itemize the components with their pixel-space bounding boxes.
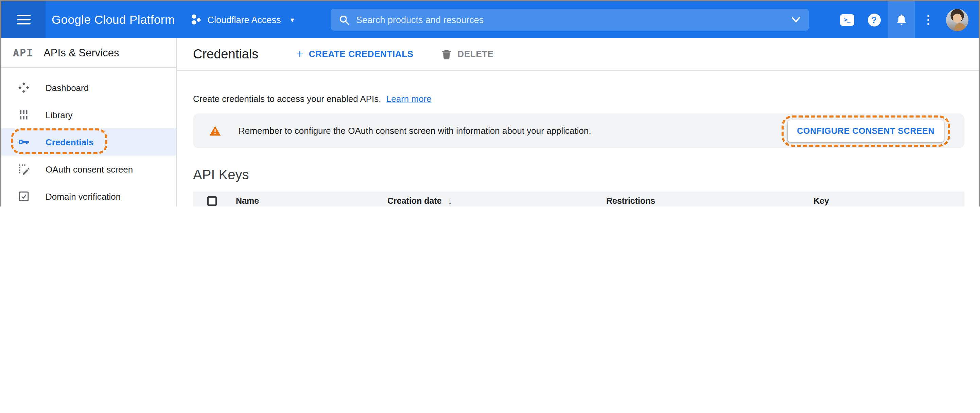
page-title: Credentials bbox=[193, 46, 258, 62]
search-input[interactable] bbox=[356, 14, 791, 25]
column-header-creation-date[interactable]: Creation date ↓ bbox=[387, 195, 606, 206]
table-header-row: Name Creation date ↓ Restrictions Key bbox=[193, 192, 964, 206]
library-icon bbox=[18, 109, 30, 121]
sidebar-item-oauth-consent-screen[interactable]: OAuth consent screen bbox=[2, 156, 176, 183]
sidebar-title: APIs & Services bbox=[43, 46, 119, 59]
sidebar: API APIs & Services Dashboard bbox=[2, 38, 177, 206]
sidebar-item-label: OAuth consent screen bbox=[46, 164, 133, 174]
column-header-restrictions[interactable]: Restrictions bbox=[606, 196, 813, 205]
sidebar-item-library[interactable]: Library bbox=[2, 101, 176, 129]
more-options-button[interactable]: ⋮ bbox=[915, 2, 942, 38]
sidebar-item-domain-verification[interactable]: Domain verification bbox=[2, 183, 176, 206]
checkbox-check-icon bbox=[18, 190, 30, 202]
consent-warning-banner: Remember to configure the OAuth consent … bbox=[193, 113, 964, 148]
bell-icon bbox=[895, 13, 908, 27]
page-header: Credentials + CREATE CREDENTIALS DELETE bbox=[177, 38, 978, 71]
main-panel: Credentials + CREATE CREDENTIALS DELETE … bbox=[177, 38, 978, 206]
sidebar-item-label: Credentials bbox=[46, 137, 94, 147]
sidebar-item-label: Domain verification bbox=[46, 191, 121, 202]
banner-text: Remember to configure the OAuth consent … bbox=[239, 125, 591, 136]
warning-icon bbox=[209, 125, 221, 136]
api-logo-icon: API bbox=[13, 46, 33, 59]
select-all-checkbox[interactable] bbox=[207, 196, 217, 205]
terminal-icon: >_ bbox=[840, 14, 854, 25]
learn-more-link[interactable]: Learn more bbox=[387, 94, 431, 104]
project-selector[interactable]: Cloudflare Access ▾ bbox=[191, 14, 294, 26]
help-icon: ? bbox=[867, 13, 880, 26]
help-button[interactable]: ? bbox=[861, 2, 888, 38]
sort-desc-icon: ↓ bbox=[448, 195, 452, 206]
dashboard-icon bbox=[18, 81, 30, 94]
search-expand-chevron-icon[interactable] bbox=[791, 16, 800, 23]
search-bar[interactable] bbox=[331, 9, 809, 30]
product-logo[interactable]: Google Cloud Platform bbox=[52, 13, 175, 27]
hamburger-icon bbox=[17, 12, 30, 27]
content: Create credentials to access your enable… bbox=[177, 94, 964, 206]
nav-drawer-toggle[interactable] bbox=[2, 2, 46, 38]
browser-viewport: Google Cloud Platform Cloudflare Access … bbox=[0, 0, 980, 206]
intro-text: Create credentials to access your enable… bbox=[193, 94, 964, 104]
project-dropdown-icon: ▾ bbox=[291, 15, 294, 24]
column-header-key[interactable]: Key bbox=[813, 196, 964, 205]
sidebar-header: API APIs & Services bbox=[2, 38, 176, 68]
cloud-shell-button[interactable]: >_ bbox=[833, 2, 861, 38]
delete-button[interactable]: DELETE bbox=[442, 49, 494, 59]
column-header-name[interactable]: Name bbox=[236, 196, 387, 205]
trash-icon bbox=[442, 49, 452, 59]
api-keys-section: API Keys Name Creation date ↓ Restrictio… bbox=[193, 167, 964, 206]
section-title: API Keys bbox=[193, 167, 249, 183]
sidebar-item-label: Dashboard bbox=[46, 83, 89, 93]
plus-icon: + bbox=[296, 47, 303, 61]
sidebar-item-dashboard[interactable]: Dashboard bbox=[2, 74, 176, 101]
sidebar-item-credentials[interactable]: Credentials bbox=[2, 129, 176, 156]
create-credentials-button[interactable]: + CREATE CREDENTIALS bbox=[296, 47, 413, 61]
api-keys-table: Name Creation date ↓ Restrictions Key No… bbox=[193, 192, 964, 206]
consent-screen-icon bbox=[18, 163, 30, 175]
notifications-button[interactable] bbox=[888, 2, 915, 38]
sidebar-item-label: Library bbox=[46, 110, 73, 120]
screen: Google Cloud Platform Cloudflare Access … bbox=[0, 0, 980, 206]
account-avatar[interactable] bbox=[946, 8, 969, 31]
topbar: Google Cloud Platform Cloudflare Access … bbox=[2, 2, 978, 38]
banner-button-wrap: CONFIGURE CONSENT SCREEN bbox=[788, 120, 944, 141]
search-icon bbox=[339, 14, 349, 25]
key-icon bbox=[18, 136, 30, 148]
project-name: Cloudflare Access bbox=[207, 14, 281, 25]
topbar-actions: >_ ? ⋮ bbox=[833, 2, 969, 38]
project-hexagons-icon bbox=[191, 14, 202, 26]
configure-consent-screen-button[interactable]: CONFIGURE CONSENT SCREEN bbox=[788, 120, 944, 141]
sidebar-nav: Dashboard Library bbox=[2, 68, 176, 206]
more-vertical-icon: ⋮ bbox=[923, 13, 934, 27]
